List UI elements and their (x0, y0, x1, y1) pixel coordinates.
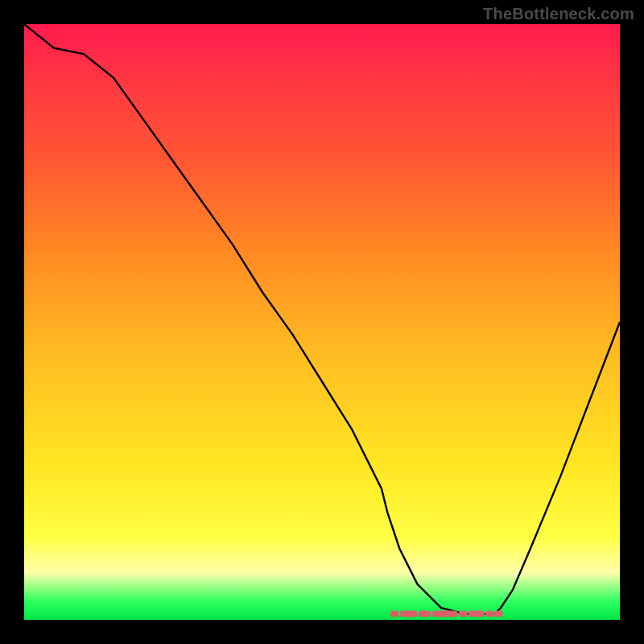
curve-svg (24, 24, 620, 620)
plot-area (24, 24, 620, 620)
chart-container: TheBottleneck.com (0, 0, 644, 644)
watermark-text: TheBottleneck.com (483, 5, 634, 23)
bottleneck-curve-line (24, 24, 620, 614)
